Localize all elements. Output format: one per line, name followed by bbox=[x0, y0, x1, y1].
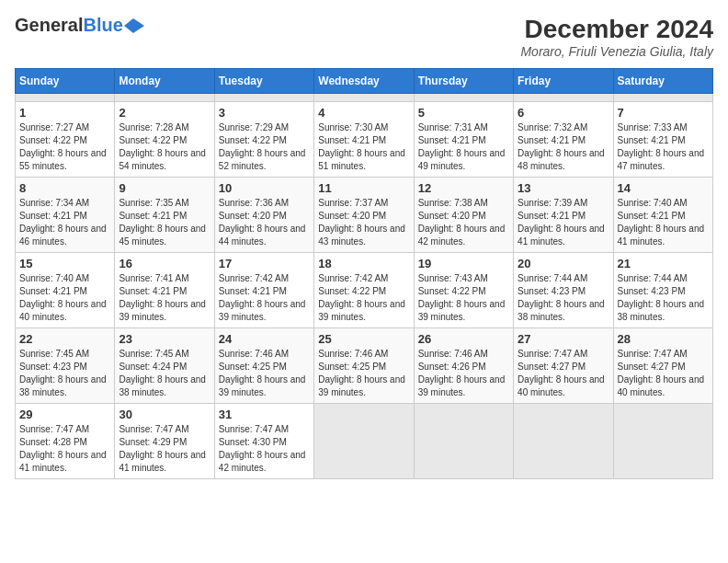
day-number: 9 bbox=[119, 181, 210, 195]
calendar-cell: 7Sunrise: 7:33 AM Sunset: 4:21 PM Daylig… bbox=[613, 102, 712, 178]
day-number: 31 bbox=[219, 408, 310, 421]
day-info: Sunrise: 7:46 AM Sunset: 4:25 PM Dayligh… bbox=[219, 348, 310, 399]
calendar-cell: 11Sunrise: 7:37 AM Sunset: 4:20 PM Dayli… bbox=[314, 178, 414, 253]
day-number: 27 bbox=[518, 332, 609, 346]
calendar-cell bbox=[613, 94, 712, 102]
col-header-friday: Friday bbox=[514, 69, 613, 94]
day-number: 18 bbox=[318, 257, 409, 270]
calendar-cell: 22Sunrise: 7:45 AM Sunset: 4:23 PM Dayli… bbox=[16, 328, 115, 404]
calendar-cell bbox=[414, 404, 513, 479]
svg-marker-0 bbox=[124, 18, 144, 33]
calendar-cell: 21Sunrise: 7:44 AM Sunset: 4:23 PM Dayli… bbox=[613, 253, 712, 328]
day-info: Sunrise: 7:47 AM Sunset: 4:29 PM Dayligh… bbox=[119, 423, 210, 475]
day-info: Sunrise: 7:29 AM Sunset: 4:22 PM Dayligh… bbox=[219, 121, 310, 173]
day-info: Sunrise: 7:40 AM Sunset: 4:21 PM Dayligh… bbox=[19, 272, 110, 324]
day-number: 21 bbox=[618, 257, 709, 270]
day-number: 4 bbox=[318, 106, 409, 120]
day-number: 17 bbox=[219, 257, 310, 270]
calendar-cell: 19Sunrise: 7:43 AM Sunset: 4:22 PM Dayli… bbox=[414, 253, 513, 328]
calendar-cell: 31Sunrise: 7:47 AM Sunset: 4:30 PM Dayli… bbox=[214, 404, 313, 479]
day-number: 23 bbox=[119, 332, 210, 346]
calendar-cell: 14Sunrise: 7:40 AM Sunset: 4:21 PM Dayli… bbox=[613, 178, 712, 253]
calendar-cell: 3Sunrise: 7:29 AM Sunset: 4:22 PM Daylig… bbox=[214, 102, 313, 178]
day-info: Sunrise: 7:35 AM Sunset: 4:21 PM Dayligh… bbox=[119, 197, 210, 248]
day-number: 11 bbox=[318, 181, 409, 195]
subtitle: Moraro, Friuli Venezia Giulia, Italy bbox=[520, 44, 713, 59]
calendar-cell: 5Sunrise: 7:31 AM Sunset: 4:21 PM Daylig… bbox=[414, 102, 513, 178]
calendar-cell: 23Sunrise: 7:45 AM Sunset: 4:24 PM Dayli… bbox=[115, 328, 214, 404]
day-info: Sunrise: 7:28 AM Sunset: 4:22 PM Dayligh… bbox=[119, 121, 210, 173]
day-number: 30 bbox=[119, 408, 210, 421]
col-header-monday: Monday bbox=[115, 69, 214, 94]
day-info: Sunrise: 7:44 AM Sunset: 4:23 PM Dayligh… bbox=[518, 272, 609, 324]
main-title: December 2024 bbox=[520, 15, 713, 44]
day-info: Sunrise: 7:46 AM Sunset: 4:26 PM Dayligh… bbox=[418, 348, 509, 399]
calendar-table: SundayMondayTuesdayWednesdayThursdayFrid… bbox=[15, 68, 713, 479]
day-number: 15 bbox=[19, 257, 110, 270]
logo: General Blue bbox=[15, 15, 144, 36]
calendar-cell bbox=[314, 404, 414, 479]
calendar-week-row: 8Sunrise: 7:34 AM Sunset: 4:21 PM Daylig… bbox=[16, 178, 713, 253]
day-info: Sunrise: 7:41 AM Sunset: 4:21 PM Dayligh… bbox=[119, 272, 210, 324]
day-number: 26 bbox=[418, 332, 509, 346]
col-header-saturday: Saturday bbox=[613, 69, 712, 94]
calendar-cell: 29Sunrise: 7:47 AM Sunset: 4:28 PM Dayli… bbox=[16, 404, 115, 479]
calendar-cell bbox=[414, 94, 513, 102]
day-number: 22 bbox=[19, 332, 110, 346]
calendar-cell bbox=[115, 94, 214, 102]
calendar-cell: 18Sunrise: 7:42 AM Sunset: 4:22 PM Dayli… bbox=[314, 253, 414, 328]
day-info: Sunrise: 7:38 AM Sunset: 4:20 PM Dayligh… bbox=[418, 197, 509, 248]
day-number: 16 bbox=[119, 257, 210, 270]
day-info: Sunrise: 7:37 AM Sunset: 4:20 PM Dayligh… bbox=[318, 197, 409, 248]
day-info: Sunrise: 7:27 AM Sunset: 4:22 PM Dayligh… bbox=[19, 121, 110, 173]
day-info: Sunrise: 7:46 AM Sunset: 4:25 PM Dayligh… bbox=[318, 348, 409, 399]
logo-blue: Blue bbox=[83, 15, 122, 36]
day-number: 20 bbox=[518, 257, 609, 270]
day-info: Sunrise: 7:42 AM Sunset: 4:22 PM Dayligh… bbox=[318, 272, 409, 324]
day-number: 19 bbox=[418, 257, 509, 270]
day-info: Sunrise: 7:33 AM Sunset: 4:21 PM Dayligh… bbox=[618, 121, 709, 173]
day-number: 28 bbox=[618, 332, 709, 346]
calendar-cell bbox=[16, 94, 115, 102]
calendar-cell: 13Sunrise: 7:39 AM Sunset: 4:21 PM Dayli… bbox=[514, 178, 613, 253]
calendar-cell: 6Sunrise: 7:32 AM Sunset: 4:21 PM Daylig… bbox=[514, 102, 613, 178]
calendar-cell bbox=[514, 404, 613, 479]
col-header-thursday: Thursday bbox=[414, 69, 513, 94]
calendar-cell: 10Sunrise: 7:36 AM Sunset: 4:20 PM Dayli… bbox=[214, 178, 313, 253]
day-info: Sunrise: 7:45 AM Sunset: 4:24 PM Dayligh… bbox=[119, 348, 210, 399]
day-info: Sunrise: 7:47 AM Sunset: 4:28 PM Dayligh… bbox=[19, 423, 110, 475]
day-number: 13 bbox=[518, 181, 609, 195]
day-number: 29 bbox=[19, 408, 110, 421]
day-number: 10 bbox=[219, 181, 310, 195]
day-number: 6 bbox=[518, 106, 609, 120]
day-info: Sunrise: 7:47 AM Sunset: 4:27 PM Dayligh… bbox=[618, 348, 709, 399]
calendar-cell: 20Sunrise: 7:44 AM Sunset: 4:23 PM Dayli… bbox=[514, 253, 613, 328]
day-info: Sunrise: 7:34 AM Sunset: 4:21 PM Dayligh… bbox=[19, 197, 110, 248]
calendar-cell: 9Sunrise: 7:35 AM Sunset: 4:21 PM Daylig… bbox=[115, 178, 214, 253]
day-info: Sunrise: 7:32 AM Sunset: 4:21 PM Dayligh… bbox=[518, 121, 609, 173]
day-info: Sunrise: 7:42 AM Sunset: 4:21 PM Dayligh… bbox=[219, 272, 310, 324]
day-info: Sunrise: 7:36 AM Sunset: 4:20 PM Dayligh… bbox=[219, 197, 310, 248]
day-number: 3 bbox=[219, 106, 310, 120]
day-number: 14 bbox=[618, 181, 709, 195]
calendar-cell bbox=[214, 94, 313, 102]
calendar-cell: 25Sunrise: 7:46 AM Sunset: 4:25 PM Dayli… bbox=[314, 328, 414, 404]
day-info: Sunrise: 7:39 AM Sunset: 4:21 PM Dayligh… bbox=[518, 197, 609, 248]
calendar-cell: 28Sunrise: 7:47 AM Sunset: 4:27 PM Dayli… bbox=[613, 328, 712, 404]
logo-icon bbox=[124, 18, 144, 33]
calendar-header-row: SundayMondayTuesdayWednesdayThursdayFrid… bbox=[16, 69, 713, 94]
col-header-sunday: Sunday bbox=[16, 69, 115, 94]
title-area: December 2024 Moraro, Friuli Venezia Giu… bbox=[520, 15, 713, 59]
calendar-cell: 8Sunrise: 7:34 AM Sunset: 4:21 PM Daylig… bbox=[16, 178, 115, 253]
calendar-cell: 12Sunrise: 7:38 AM Sunset: 4:20 PM Dayli… bbox=[414, 178, 513, 253]
day-number: 1 bbox=[19, 106, 110, 120]
day-number: 24 bbox=[219, 332, 310, 346]
day-info: Sunrise: 7:47 AM Sunset: 4:30 PM Dayligh… bbox=[219, 423, 310, 475]
day-number: 25 bbox=[318, 332, 409, 346]
calendar-cell: 24Sunrise: 7:46 AM Sunset: 4:25 PM Dayli… bbox=[214, 328, 313, 404]
calendar-week-row: 15Sunrise: 7:40 AM Sunset: 4:21 PM Dayli… bbox=[16, 253, 713, 328]
calendar-cell bbox=[613, 404, 712, 479]
calendar-cell bbox=[314, 94, 414, 102]
day-info: Sunrise: 7:45 AM Sunset: 4:23 PM Dayligh… bbox=[19, 348, 110, 399]
calendar-cell: 17Sunrise: 7:42 AM Sunset: 4:21 PM Dayli… bbox=[214, 253, 313, 328]
